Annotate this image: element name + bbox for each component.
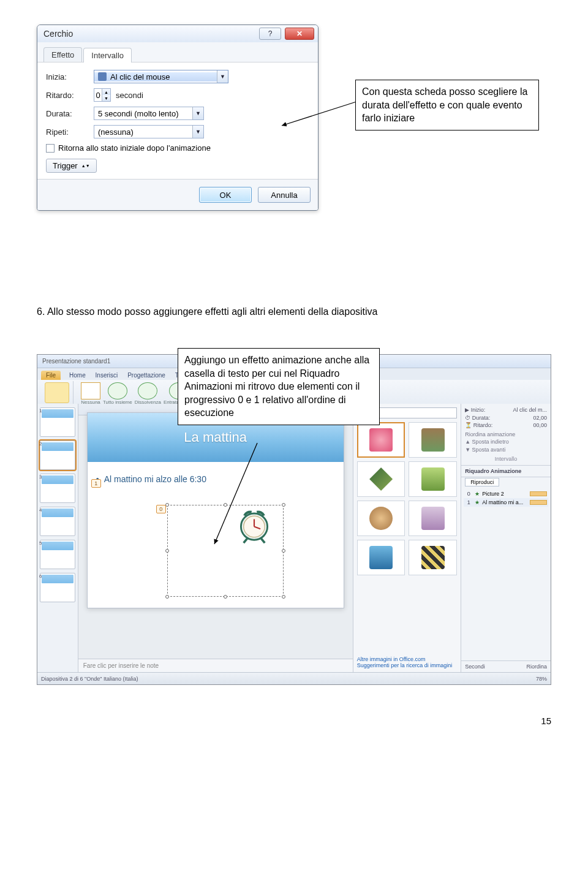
thumb-5[interactable]: 5 bbox=[40, 540, 75, 569]
ap-delay-label: Ritardo: bbox=[473, 422, 493, 428]
checkbox-ritorna-label: Ritorna allo stato iniziale dopo l'anima… bbox=[58, 143, 211, 153]
clipart-pane: Altre immagini in Office.com Suggeriment… bbox=[353, 404, 461, 672]
clip-7[interactable] bbox=[357, 540, 405, 575]
checkbox-ritorna[interactable] bbox=[46, 144, 55, 153]
tab-effetto[interactable]: Effetto bbox=[43, 47, 82, 62]
chevron-down-icon[interactable]: ▼ bbox=[192, 107, 203, 119]
close-button[interactable]: ✕ bbox=[285, 28, 314, 40]
ap-play[interactable]: Riproduci bbox=[465, 478, 499, 486]
menu-home[interactable]: Home bbox=[66, 371, 89, 380]
tab-intervallo[interactable]: Intervallo bbox=[83, 48, 132, 62]
anim-tag-0[interactable]: 0 bbox=[156, 505, 166, 513]
ap-title: Riquadro Animazione bbox=[461, 466, 551, 477]
clip-8[interactable] bbox=[409, 540, 457, 575]
combo-ripeti-value: (nessuna) bbox=[94, 127, 192, 137]
slide-thumbnails: 1 2 3 4 5 6 bbox=[37, 404, 78, 672]
page-number: 15 bbox=[37, 716, 551, 726]
svg-line-0 bbox=[282, 101, 358, 126]
thumb-2[interactable]: 2 bbox=[40, 441, 75, 470]
chevron-down-icon[interactable]: ▼ bbox=[217, 70, 228, 83]
chevron-up-icon[interactable]: ▲ bbox=[102, 89, 110, 95]
clip-1[interactable] bbox=[357, 422, 405, 458]
cancel-button[interactable]: Annulla bbox=[258, 187, 311, 203]
ap-timing-label: Intervallo bbox=[465, 455, 547, 463]
chevron-down-icon[interactable]: ▼ bbox=[102, 95, 110, 101]
ap-footer-r[interactable]: Riordina bbox=[526, 664, 547, 670]
ap-footer-l: Secondi bbox=[465, 664, 485, 670]
callout-2: Aggiungo un effetto animazione anche all… bbox=[178, 348, 380, 425]
combo-durata-value: 5 secondi (molto lento) bbox=[94, 109, 192, 118]
clip-3[interactable] bbox=[357, 461, 405, 497]
unit-secondi: secondi bbox=[116, 91, 143, 100]
label-durata: Durata: bbox=[46, 109, 89, 118]
clip-6[interactable] bbox=[409, 501, 457, 536]
ap-item-1-label: Al mattino mi a... bbox=[482, 499, 527, 505]
clip-5[interactable] bbox=[357, 501, 405, 536]
label-ritardo: Ritardo: bbox=[46, 91, 89, 100]
combo-ripeti[interactable]: (nessuna) ▼ bbox=[94, 125, 204, 138]
trigger-arrows-icon: ▲▼ bbox=[81, 164, 90, 168]
ap-dur-label: Durata: bbox=[472, 415, 491, 421]
anim-tag-1[interactable]: 1 bbox=[91, 479, 101, 488]
label-inizia: Inizia: bbox=[46, 72, 89, 81]
pp-window-title: Presentazione standard1 bbox=[42, 358, 110, 365]
spinner-ritardo[interactable]: 0 ▲▼ bbox=[94, 88, 111, 102]
combo-inizia-value: Al clic del mouse bbox=[110, 72, 170, 81]
chevron-down-icon[interactable]: ▼ bbox=[192, 126, 203, 138]
dialog-titlebar: Cerchio ? ✕ bbox=[37, 25, 318, 42]
clip-2[interactable] bbox=[409, 422, 457, 458]
label-ripeti: Ripeti: bbox=[46, 127, 89, 137]
svg-line-1 bbox=[214, 443, 257, 544]
thumb-3[interactable]: 3 bbox=[40, 474, 75, 503]
combo-inizia[interactable]: Al clic del mouse ▼ bbox=[94, 70, 228, 83]
callout-arrow-2 bbox=[208, 440, 282, 550]
callout-arrow-1 bbox=[279, 95, 364, 132]
menu-inserisci[interactable]: Inserisci bbox=[92, 371, 122, 380]
ap-move-fwd[interactable]: Sposta avanti bbox=[472, 447, 506, 453]
dialog-title: Cerchio bbox=[43, 29, 73, 39]
file-tab[interactable]: File bbox=[41, 371, 61, 380]
anim-fade-icon[interactable] bbox=[138, 382, 157, 399]
ap-start-label: Inizio: bbox=[471, 407, 486, 413]
dialog-tabs: Effetto Intervallo bbox=[37, 42, 318, 62]
mouse-icon bbox=[98, 72, 107, 81]
anim-none-icon[interactable] bbox=[81, 382, 100, 399]
clip-link-2[interactable]: Suggerimenti per la ricerca di immagini bbox=[357, 662, 457, 668]
anim-appear-icon[interactable] bbox=[108, 382, 127, 399]
ap-dur-val: 02,00 bbox=[533, 414, 547, 422]
trigger-button[interactable]: Trigger ▲▼ bbox=[46, 159, 97, 173]
ap-reorder[interactable]: Riordina animazione bbox=[465, 431, 547, 439]
dialog-form: Inizia: Al clic del mouse ▼ Ritardo: 0 ▲… bbox=[37, 62, 318, 179]
ap-delay-val: 00,00 bbox=[533, 422, 547, 429]
ok-button[interactable]: OK bbox=[199, 187, 252, 203]
help-button[interactable]: ? bbox=[259, 28, 281, 40]
ap-move-back[interactable]: Sposta indietro bbox=[472, 439, 509, 445]
menu-progettazione[interactable]: Progettazione bbox=[124, 371, 169, 380]
combo-durata[interactable]: 5 secondi (molto lento) ▼ bbox=[94, 107, 204, 120]
callout-1: Con questa scheda posso scegliere la dur… bbox=[355, 80, 539, 130]
notes-placeholder[interactable]: Fare clic per inserire le note bbox=[78, 659, 353, 672]
trigger-label: Trigger bbox=[53, 161, 78, 170]
ap-item-0[interactable]: 0 ★ Picture 2 bbox=[464, 490, 548, 498]
thumb-4[interactable]: 4 bbox=[40, 507, 75, 536]
pp-statusbar: Diapositiva 2 di 6 "Onde" Italiano (Ital… bbox=[37, 672, 551, 684]
spinner-ritardo-value: 0 bbox=[94, 89, 102, 101]
ap-item-1[interactable]: 1 ★ Al mattino mi a... bbox=[464, 498, 548, 507]
ap-item-0-label: Picture 2 bbox=[482, 491, 527, 497]
animation-pane: ▶ Inizio:Al clic del m... ⏱ Durata:02,00… bbox=[461, 404, 551, 672]
ap-start-val: Al clic del m... bbox=[513, 406, 547, 414]
clip-link-1[interactable]: Altre immagini in Office.com bbox=[357, 656, 457, 662]
thumb-6[interactable]: 6 bbox=[40, 573, 75, 602]
rib-anteprima-icon[interactable] bbox=[45, 382, 69, 403]
cerchio-dialog: Cerchio ? ✕ Effetto Intervallo Inizia: A… bbox=[37, 25, 318, 211]
thumb-1[interactable]: 1 bbox=[40, 407, 75, 437]
status-left: Diapositiva 2 di 6 "Onde" Italiano (Ital… bbox=[41, 676, 138, 682]
clip-4[interactable] bbox=[409, 461, 457, 497]
paragraph-6: 6. Allo stesso modo posso aggiungere eff… bbox=[37, 306, 551, 317]
status-zoom[interactable]: 78% bbox=[536, 676, 547, 682]
